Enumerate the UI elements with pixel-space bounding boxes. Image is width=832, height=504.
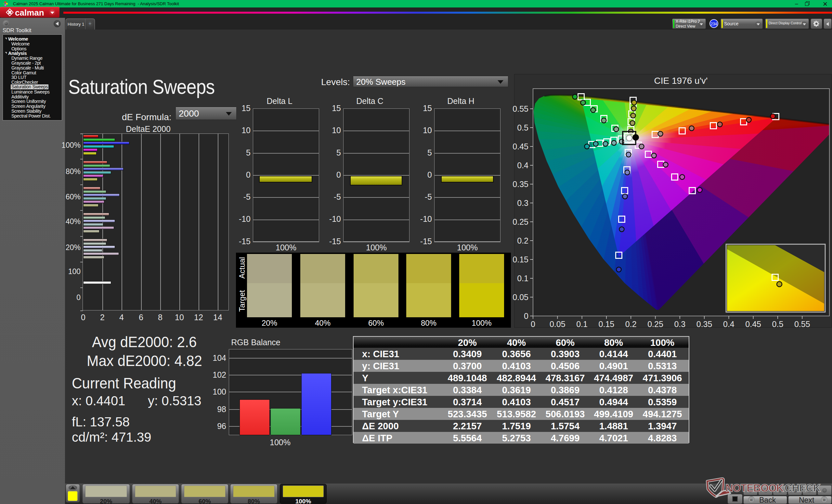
- svg-text:NOTEBOOK: NOTEBOOK: [725, 482, 784, 494]
- svg-text:0.25: 0.25: [513, 217, 528, 226]
- svg-text:0.2: 0.2: [517, 236, 528, 245]
- svg-text:0.55: 0.55: [513, 104, 528, 113]
- svg-text:CHECK: CHECK: [784, 482, 821, 494]
- svg-text:0.5: 0.5: [772, 319, 784, 329]
- svg-text:0: 0: [531, 319, 535, 329]
- svg-text:CIE 1976 u'v': CIE 1976 u'v': [654, 76, 708, 86]
- svg-text:0.1: 0.1: [576, 319, 588, 329]
- svg-text:0.5: 0.5: [517, 123, 528, 132]
- svg-text:0.1: 0.1: [517, 274, 528, 283]
- svg-text:0.15: 0.15: [599, 319, 615, 329]
- svg-text:0.25: 0.25: [647, 319, 663, 329]
- svg-text:0.35: 0.35: [697, 319, 712, 329]
- svg-text:0.2: 0.2: [625, 319, 637, 329]
- svg-text:0.05: 0.05: [550, 319, 566, 329]
- svg-text:0.15: 0.15: [513, 255, 528, 264]
- svg-text:0.3: 0.3: [517, 198, 528, 207]
- svg-text:0.4: 0.4: [723, 319, 734, 329]
- svg-text:0.3: 0.3: [674, 319, 685, 329]
- svg-text:0.45: 0.45: [513, 142, 528, 151]
- svg-text:0.35: 0.35: [513, 179, 528, 189]
- svg-text:0.05: 0.05: [513, 292, 528, 302]
- svg-text:0: 0: [524, 311, 528, 320]
- svg-text:0.55: 0.55: [794, 319, 810, 329]
- svg-text:0.45: 0.45: [745, 319, 761, 329]
- svg-text:0.4: 0.4: [517, 161, 528, 170]
